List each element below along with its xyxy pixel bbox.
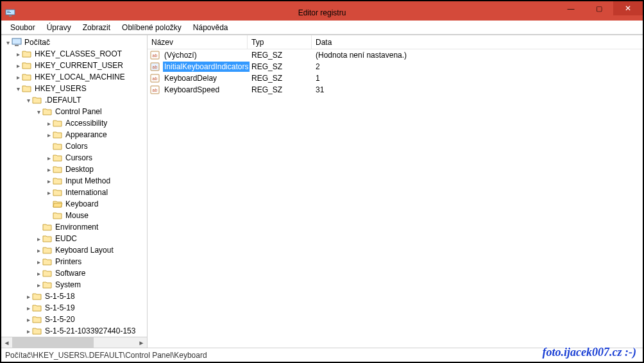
minimize-button[interactable]: — bbox=[557, 1, 585, 15]
folder-icon bbox=[53, 188, 63, 197]
tree-node-label: Počítač bbox=[24, 38, 50, 47]
collapse-icon[interactable]: ▾ bbox=[14, 85, 22, 92]
expand-icon[interactable]: ▸ bbox=[35, 247, 42, 254]
column-name[interactable]: Název bbox=[148, 35, 248, 49]
tree-node[interactable]: ▾Control Panel bbox=[1, 106, 147, 117]
menu-favorites[interactable]: Oblíbené položky bbox=[117, 22, 187, 33]
tree-node[interactable]: ▾HKEY_USERS bbox=[1, 83, 147, 94]
value-row[interactable]: abKeyboardSpeedREG_SZ31 bbox=[148, 84, 643, 96]
tree-node[interactable]: ▸International bbox=[1, 187, 147, 198]
tree-node[interactable]: ▸Desktop bbox=[1, 164, 147, 175]
menubar: Soubor Úpravy Zobrazit Oblíbené položky … bbox=[1, 21, 643, 35]
tree-node[interactable]: ▸S-1-5-18 bbox=[1, 291, 147, 302]
content: ▾Počítač▸HKEY_CLASSES_ROOT▸HKEY_CURRENT_… bbox=[1, 35, 643, 348]
tree-node-label: Control Panel bbox=[55, 107, 102, 116]
value-row[interactable]: abInitialKeyboardIndicatorsREG_SZ2 bbox=[148, 61, 643, 72]
folder-icon bbox=[22, 49, 32, 58]
tree-node-label: HKEY_USERS bbox=[35, 84, 87, 93]
tree-node[interactable]: ▸Keyboard bbox=[1, 198, 147, 210]
value-type: REG_SZ bbox=[248, 51, 312, 60]
scroll-thumb[interactable] bbox=[12, 337, 94, 348]
tree-node-label: Appearance bbox=[65, 130, 107, 139]
scroll-right-icon[interactable]: ► bbox=[136, 337, 147, 348]
tree-node[interactable]: ▸Environment bbox=[1, 221, 147, 233]
tree-node-label: Keyboard bbox=[65, 199, 98, 208]
expand-icon[interactable]: ▸ bbox=[45, 178, 53, 185]
column-data[interactable]: Data bbox=[312, 35, 643, 49]
tree-node[interactable]: ▸Input Method bbox=[1, 175, 147, 187]
expand-icon[interactable]: ▸ bbox=[24, 316, 32, 323]
value-data: 2 bbox=[312, 62, 643, 71]
expand-icon[interactable]: ▸ bbox=[14, 51, 22, 58]
tree-node[interactable]: ▸Appearance bbox=[1, 129, 147, 140]
expand-icon[interactable]: ▸ bbox=[45, 155, 53, 162]
tree-node[interactable]: ▸Accessibility bbox=[1, 117, 147, 129]
values-list[interactable]: ab(Výchozí)REG_SZ(Hodnota není nastavena… bbox=[148, 49, 643, 348]
collapse-icon[interactable]: ▾ bbox=[4, 39, 12, 46]
registry-tree[interactable]: ▾Počítač▸HKEY_CLASSES_ROOT▸HKEY_CURRENT_… bbox=[1, 35, 147, 337]
expand-icon[interactable]: ▸ bbox=[24, 293, 32, 300]
expand-icon[interactable]: ▸ bbox=[45, 166, 53, 173]
tree-node[interactable]: ▸Cursors bbox=[1, 152, 147, 164]
folder-icon bbox=[53, 119, 63, 128]
menu-file[interactable]: Soubor bbox=[5, 22, 40, 33]
expand-icon[interactable]: ▸ bbox=[14, 62, 22, 69]
value-row[interactable]: ab(Výchozí)REG_SZ(Hodnota není nastavena… bbox=[148, 49, 643, 61]
tree-pane: ▾Počítač▸HKEY_CLASSES_ROOT▸HKEY_CURRENT_… bbox=[1, 35, 148, 348]
expand-icon[interactable]: ▸ bbox=[45, 120, 53, 127]
value-type: REG_SZ bbox=[248, 74, 312, 83]
expand-icon[interactable]: ▸ bbox=[14, 74, 22, 81]
expand-placeholder: ▸ bbox=[45, 212, 53, 219]
scroll-track[interactable] bbox=[12, 337, 136, 348]
tree-node[interactable]: ▸Mouse bbox=[1, 210, 147, 221]
folder-icon bbox=[42, 269, 53, 278]
column-type[interactable]: Typ bbox=[248, 35, 312, 49]
expand-icon[interactable]: ▸ bbox=[24, 328, 32, 335]
tree-node[interactable]: ▸HKEY_LOCAL_MACHINE bbox=[1, 71, 147, 83]
maximize-button[interactable]: ▢ bbox=[585, 1, 613, 15]
menu-help[interactable]: Nápověda bbox=[188, 22, 233, 33]
folder-icon bbox=[22, 84, 32, 93]
collapse-icon[interactable]: ▾ bbox=[35, 108, 42, 115]
tree-node-label: Input Method bbox=[65, 176, 110, 185]
tree-node[interactable]: ▸Colors bbox=[1, 140, 147, 152]
tree-node[interactable]: ▸HKEY_CLASSES_ROOT bbox=[1, 48, 147, 60]
expand-icon[interactable]: ▸ bbox=[45, 189, 53, 196]
expand-icon[interactable]: ▸ bbox=[35, 282, 42, 289]
expand-icon[interactable]: ▸ bbox=[35, 270, 42, 277]
folder-icon bbox=[42, 107, 53, 116]
titlebar[interactable]: Editor registru — ▢ ✕ bbox=[1, 5, 643, 21]
value-data: (Hodnota není nastavena.) bbox=[312, 51, 643, 60]
tree-node[interactable]: ▸EUDC bbox=[1, 233, 147, 244]
folder-icon bbox=[53, 130, 63, 139]
folder-icon bbox=[42, 234, 53, 243]
tree-node[interactable]: ▾.DEFAULT bbox=[1, 94, 147, 106]
tree-node[interactable]: ▸Keyboard Layout bbox=[1, 244, 147, 256]
folder-icon bbox=[32, 96, 42, 105]
tree-node[interactable]: ▸HKEY_CURRENT_USER bbox=[1, 60, 147, 71]
collapse-icon[interactable]: ▾ bbox=[24, 97, 32, 104]
tree-node[interactable]: ▸Printers bbox=[1, 256, 147, 267]
tree-horizontal-scrollbar[interactable]: ◄ ► bbox=[1, 337, 147, 348]
tree-node[interactable]: ▸S-1-5-20 bbox=[1, 314, 147, 325]
menu-edit[interactable]: Úpravy bbox=[42, 22, 76, 33]
tree-node[interactable]: ▸S-1-5-19 bbox=[1, 302, 147, 314]
menu-view[interactable]: Zobrazit bbox=[78, 22, 115, 33]
expand-icon[interactable]: ▸ bbox=[35, 235, 42, 242]
app-icon bbox=[5, 8, 15, 18]
scroll-left-icon[interactable]: ◄ bbox=[1, 337, 12, 348]
svg-text:ab: ab bbox=[153, 53, 158, 58]
tree-node[interactable]: ▸S-1-5-21-1033927440-153 bbox=[1, 325, 147, 337]
expand-icon[interactable]: ▸ bbox=[45, 131, 53, 139]
close-button[interactable]: ✕ bbox=[613, 1, 643, 15]
expand-icon[interactable]: ▸ bbox=[35, 258, 42, 266]
svg-text:ab: ab bbox=[153, 76, 158, 81]
tree-node[interactable]: ▾Počítač bbox=[1, 37, 147, 48]
svg-rect-5 bbox=[15, 45, 19, 46]
tree-node[interactable]: ▸System bbox=[1, 279, 147, 291]
expand-icon[interactable]: ▸ bbox=[24, 305, 32, 312]
value-row[interactable]: abKeyboardDelayREG_SZ1 bbox=[148, 72, 643, 84]
svg-rect-3 bbox=[9, 15, 12, 17]
tree-node-label: .DEFAULT bbox=[45, 96, 81, 105]
tree-node[interactable]: ▸Software bbox=[1, 267, 147, 279]
